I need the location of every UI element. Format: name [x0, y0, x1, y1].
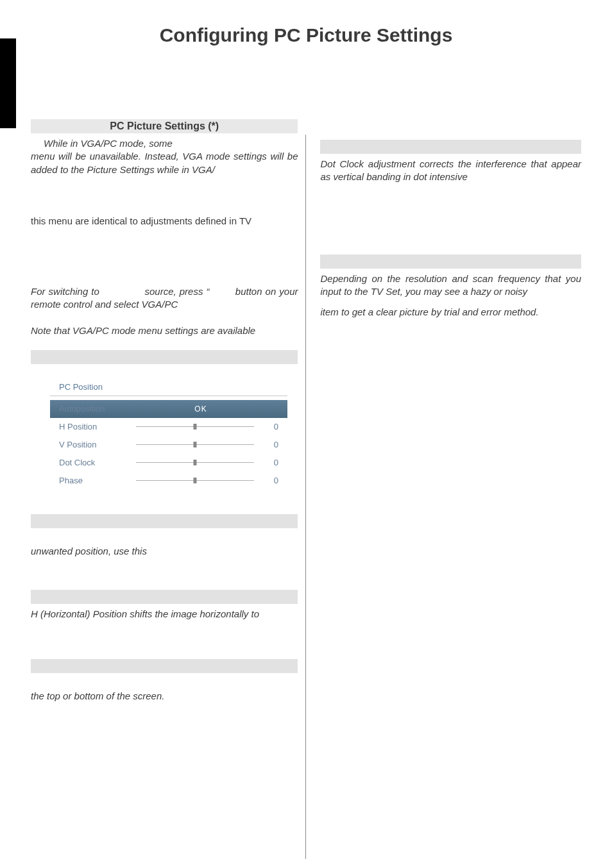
slider-handle — [194, 478, 197, 483]
slider-handle — [194, 460, 197, 465]
column-divider — [305, 135, 306, 859]
left-para6: H (Horizontal) Position shifts the image… — [31, 608, 298, 621]
panel-row-autoposition[interactable]: Autoposition OK — [50, 400, 287, 418]
left-empty-header-1 — [31, 350, 298, 364]
left-empty-header-3 — [31, 590, 298, 604]
right-empty-header-1 — [320, 140, 581, 154]
left-para4: Note that VGA/PC mode menu settings are … — [31, 324, 298, 337]
panel-row-phase[interactable]: Phase 0 — [50, 472, 287, 490]
panel-label-hposition: H Position — [59, 422, 136, 431]
panel-value-dotclock: 0 — [266, 458, 278, 467]
left-para5: unwanted position, use this — [31, 545, 298, 558]
right-para3: item to get a clear picture by trial and… — [320, 306, 581, 319]
panel-value-phase: 0 — [266, 476, 278, 485]
left-para1-line1: While in VGA/PC mode, some — [31, 138, 173, 149]
panel-value-vposition: 0 — [266, 440, 278, 449]
panel-label-dotclock: Dot Clock — [59, 458, 136, 467]
panel-ok-badge: OK — [136, 405, 266, 413]
panel-row-hposition[interactable]: H Position 0 — [50, 418, 287, 436]
right-para2: Depending on the resolution and scan fre… — [320, 272, 581, 299]
section-header-main-text: PC Picture Settings (*) — [110, 121, 219, 132]
slider-dotclock[interactable] — [136, 462, 254, 463]
right-empty-header-2 — [320, 255, 581, 269]
right-column: Dot Clock adjustment corrects the interf… — [307, 119, 581, 859]
panel-label-vposition: V Position — [59, 440, 136, 449]
left-para2: this menu are identical to adjustments d… — [31, 215, 298, 228]
slider-handle — [194, 442, 197, 447]
panel-label-autoposition: Autoposition — [59, 404, 136, 413]
panel-row-vposition[interactable]: V Position 0 — [50, 436, 287, 454]
panel-label-phase: Phase — [59, 476, 136, 485]
slider-vposition[interactable] — [136, 444, 254, 445]
left-para1-line2: menu will be unavailable. Instead, VGA m… — [31, 150, 298, 176]
panel-value-hposition: 0 — [266, 422, 278, 431]
pc-position-panel: PC Position Autoposition OK H Position 0… — [50, 376, 287, 496]
slider-handle — [194, 424, 197, 430]
slider-hposition[interactable] — [136, 426, 254, 427]
panel-title: PC Position — [50, 376, 287, 396]
left-para7: the top or bottom of the screen. — [31, 690, 298, 703]
page-title: Configuring PC Picture Settings — [0, 0, 612, 59]
left-para1: While in VGA/PC mode, some menu will be … — [31, 137, 298, 176]
left-para3: For switching to source, press “ button … — [31, 285, 298, 312]
slider-phase[interactable] — [136, 480, 254, 481]
right-para1: Dot Clock adjustment corrects the interf… — [320, 158, 581, 184]
left-empty-header-4 — [31, 659, 298, 673]
content-columns: PC Picture Settings (*) While in VGA/PC … — [31, 119, 581, 859]
panel-row-dotclock[interactable]: Dot Clock 0 — [50, 454, 287, 472]
left-column: PC Picture Settings (*) While in VGA/PC … — [31, 119, 304, 859]
side-black-tab — [0, 38, 16, 128]
left-empty-header-2 — [31, 514, 298, 528]
section-header-main: PC Picture Settings (*) — [31, 119, 298, 133]
